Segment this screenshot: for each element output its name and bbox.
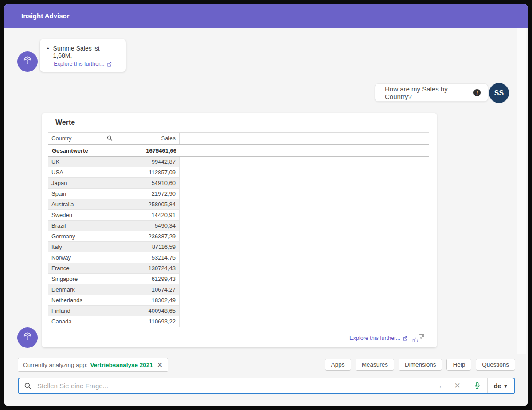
column-header-filler bbox=[180, 133, 429, 144]
table-body: UK99442,87USA112857,09Japan54910,60Spain… bbox=[48, 157, 429, 327]
cell-filler bbox=[180, 295, 429, 306]
footer-buttons: Apps Measures Dimensions Help Questions bbox=[325, 359, 515, 371]
submit-arrow-icon[interactable]: → bbox=[430, 382, 448, 390]
cell-country[interactable]: Finland bbox=[48, 306, 117, 316]
cell-country[interactable]: France bbox=[48, 263, 117, 274]
cell-country[interactable]: Spain bbox=[48, 189, 117, 199]
thumbs-up-icon[interactable] bbox=[412, 337, 419, 343]
cell-sales[interactable]: 61299,43 bbox=[117, 274, 180, 284]
apps-button[interactable]: Apps bbox=[325, 359, 351, 371]
page-title: Insight Advisor bbox=[21, 4, 70, 28]
explore-further-link-2[interactable]: Explore this further... bbox=[349, 335, 408, 341]
cell-country[interactable]: Norway bbox=[48, 252, 117, 263]
cell-filler bbox=[180, 274, 429, 284]
result-card: Werte Country Sales Gesamtwerte 1676461,… bbox=[42, 113, 437, 347]
cell-country[interactable]: Brazil bbox=[48, 221, 117, 231]
insight-advisor-window: Insight Advisor • Summe Sales ist 1,68M.… bbox=[4, 4, 528, 406]
table-row[interactable]: Finland400948,65 bbox=[48, 306, 429, 316]
cell-country[interactable]: USA bbox=[48, 167, 117, 178]
table-row[interactable]: Sweden14420,91 bbox=[48, 210, 429, 221]
column-search-icon[interactable] bbox=[102, 133, 117, 144]
totals-value: 1676461,66 bbox=[118, 145, 180, 156]
cell-sales[interactable]: 18302,49 bbox=[117, 295, 180, 306]
language-value: de bbox=[494, 382, 501, 390]
table-row[interactable]: UK99442,87 bbox=[48, 157, 429, 167]
help-button[interactable]: Help bbox=[446, 359, 471, 371]
text-cursor bbox=[36, 382, 36, 390]
app-header: Insight Advisor bbox=[4, 4, 528, 28]
app-name[interactable]: Vertriebsanalyse 2021 bbox=[90, 362, 153, 368]
insight-lamp-icon bbox=[22, 55, 33, 68]
cell-filler bbox=[180, 242, 429, 252]
cell-country[interactable]: Singapore bbox=[48, 274, 117, 284]
close-icon[interactable]: ✕ bbox=[157, 361, 163, 369]
cell-sales[interactable]: 400948,65 bbox=[117, 306, 180, 316]
table-header-row: Country Sales bbox=[48, 132, 429, 144]
table-row[interactable]: Singapore61299,43 bbox=[48, 274, 429, 284]
table-row[interactable]: Germany236387,29 bbox=[48, 231, 429, 242]
table-row[interactable]: Italy87116,59 bbox=[48, 242, 429, 252]
table-row[interactable]: Brazil5490,34 bbox=[48, 221, 429, 231]
cell-sales[interactable]: 112857,09 bbox=[117, 167, 180, 178]
cell-sales[interactable]: 87116,59 bbox=[117, 242, 180, 252]
table-row[interactable]: Canada110693,22 bbox=[48, 316, 429, 327]
table-row[interactable]: USA112857,09 bbox=[48, 167, 429, 178]
cell-country[interactable]: UK bbox=[48, 157, 117, 167]
cell-filler bbox=[180, 306, 429, 316]
chat-scrollbar[interactable] bbox=[517, 28, 526, 354]
cell-country[interactable]: Japan bbox=[48, 178, 117, 189]
cell-filler bbox=[180, 157, 429, 167]
cell-sales[interactable]: 258005,84 bbox=[117, 199, 180, 210]
thumbs-down-icon[interactable] bbox=[418, 333, 424, 339]
external-link-icon bbox=[106, 61, 112, 67]
cell-country[interactable]: Germany bbox=[48, 231, 117, 242]
cell-filler bbox=[180, 263, 429, 274]
language-selector[interactable]: de ▼ bbox=[488, 382, 514, 390]
insight-lamp-icon-2 bbox=[22, 331, 33, 344]
clear-icon[interactable]: ✕ bbox=[448, 381, 467, 390]
cell-country[interactable]: Italy bbox=[48, 242, 117, 252]
table-row[interactable]: Denmark10674,27 bbox=[48, 284, 429, 295]
table-row[interactable]: Australia258005,84 bbox=[48, 199, 429, 210]
cell-filler bbox=[180, 210, 429, 221]
cell-filler bbox=[180, 316, 429, 327]
search-input[interactable] bbox=[37, 382, 430, 390]
cell-sales[interactable]: 110693,22 bbox=[117, 316, 180, 327]
cell-sales[interactable]: 236387,29 bbox=[117, 231, 180, 242]
cell-sales[interactable]: 10674,27 bbox=[117, 284, 180, 295]
table-row[interactable]: France130724,43 bbox=[48, 263, 429, 274]
analyzing-prefix: Currently analyzing app: bbox=[23, 362, 88, 368]
cell-sales[interactable]: 130724,43 bbox=[117, 263, 180, 274]
cell-sales[interactable]: 53214,75 bbox=[117, 252, 180, 263]
cell-filler bbox=[180, 167, 429, 178]
table-row[interactable]: Norway53214,75 bbox=[48, 252, 429, 263]
cell-country[interactable]: Netherlands bbox=[48, 295, 117, 306]
cell-country[interactable]: Denmark bbox=[48, 284, 117, 295]
cell-country[interactable]: Australia bbox=[48, 199, 117, 210]
search-icon bbox=[24, 382, 32, 390]
cell-sales[interactable]: 5490,34 bbox=[117, 221, 180, 231]
info-icon[interactable]: i bbox=[473, 89, 481, 96]
insight-line: • Summe Sales ist 1,68M. bbox=[47, 45, 120, 59]
cell-filler bbox=[180, 178, 429, 189]
table-row[interactable]: Japan54910,60 bbox=[48, 178, 429, 189]
insight-text: Summe Sales ist 1,68M. bbox=[53, 45, 120, 59]
column-header-country[interactable]: Country bbox=[48, 133, 102, 144]
cell-country[interactable]: Sweden bbox=[48, 210, 117, 221]
explore-further-link[interactable]: Explore this further... bbox=[40, 61, 126, 67]
cell-sales[interactable]: 14420,91 bbox=[117, 210, 180, 221]
explore-further-label: Explore this further... bbox=[54, 61, 105, 67]
table-row[interactable]: Netherlands18302,49 bbox=[48, 295, 429, 306]
cell-sales[interactable]: 54910,60 bbox=[117, 178, 180, 189]
table-row[interactable]: Spain21972,90 bbox=[48, 189, 429, 199]
cell-sales[interactable]: 99442,87 bbox=[117, 157, 180, 167]
cell-sales[interactable]: 21972,90 bbox=[117, 189, 180, 199]
cell-filler bbox=[180, 252, 429, 263]
microphone-icon[interactable] bbox=[467, 382, 487, 390]
measures-button[interactable]: Measures bbox=[356, 359, 394, 371]
question-searchbar: → ✕ de ▼ bbox=[18, 378, 515, 394]
cell-country[interactable]: Canada bbox=[48, 316, 117, 327]
dimensions-button[interactable]: Dimensions bbox=[399, 359, 442, 371]
column-header-sales[interactable]: Sales bbox=[117, 133, 180, 144]
questions-button[interactable]: Questions bbox=[476, 359, 515, 371]
